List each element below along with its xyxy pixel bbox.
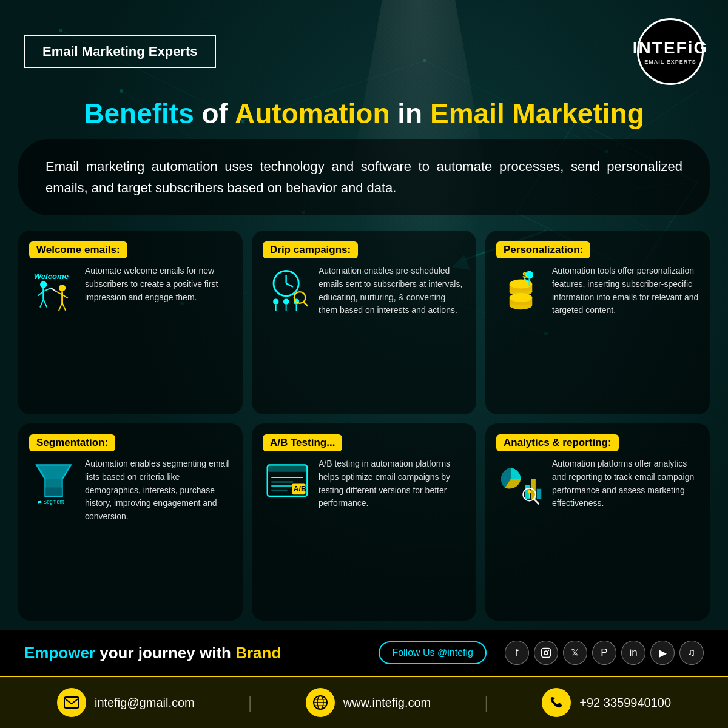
email-icon [57,688,86,717]
contact-phone: +92 3359940100 [542,688,671,717]
svg-point-82 [544,651,548,655]
svg-text:⇄ Segment: ⇄ Segment [38,499,64,505]
benefit-card-analytics: Analytics & reporting: [485,423,710,621]
social-icons: f 𝕏 P in ▶ ♫ [505,641,704,665]
benefit-card-welcome: Welcome emails: Welcome [18,231,243,414]
empower-word3: Brand [235,644,281,662]
svg-line-39 [50,288,55,292]
benefit-card-ab: A/B Testing... A/B [252,423,476,621]
svg-marker-62 [36,465,70,479]
twitter-icon[interactable]: 𝕏 [563,641,587,665]
drip-icon [263,265,311,313]
benefit-title-analytics: Analytics & reporting: [496,434,619,451]
svg-rect-63 [45,479,62,488]
benefit-title-ab: A/B Testing... [263,434,342,451]
analytics-icon [496,457,545,506]
svg-point-45 [283,298,288,304]
linkedin-icon[interactable]: in [621,641,645,665]
svg-line-78 [534,499,539,504]
benefit-text-personal: Automation tools offer personalization f… [552,265,699,317]
svg-rect-64 [45,488,62,496]
svg-point-43 [273,298,278,304]
benefit-text-analytics: Automation platforms offer analytics and… [552,457,699,510]
intro-text: Email marketing automation uses technolo… [46,159,682,195]
svg-line-31 [40,299,44,307]
benefit-title-segment: Segmentation: [29,434,115,451]
svg-rect-84 [64,697,79,708]
header: Email Marketing Experts INTEFiG EMAIL EX… [0,0,728,91]
svg-rect-76 [536,489,541,499]
website-text: www.intefig.com [343,696,431,710]
empower-text: Empower your journey with Brand [24,644,281,662]
logo: INTEFiG EMAIL EXPERTS [637,18,704,85]
svg-point-83 [548,650,549,651]
benefit-card-segment: Segmentation: ⇄ Segment Automation enabl… [18,423,243,621]
svg-line-32 [43,299,47,307]
benefit-title-welcome: Welcome emails: [29,241,127,258]
divider2: | [484,693,488,712]
svg-text:A/B: A/B [293,485,306,493]
svg-line-38 [62,303,66,311]
ab-icon: A/B [263,457,311,506]
benefit-title-personal: Personalization: [496,241,590,258]
youtube-icon[interactable]: ▶ [650,641,675,665]
title-word3: Automation [235,98,390,129]
svg-line-42 [286,283,292,287]
svg-point-79 [527,490,531,493]
svg-point-27 [40,281,47,288]
title-word1: Benefits [84,98,194,129]
svg-text:$: $ [522,271,527,280]
benefit-card-drip: Drip campaigns: [252,231,476,414]
benefits-grid: Welcome emails: Welcome [0,228,728,630]
svg-line-37 [58,303,62,311]
phone-text: +92 3359940100 [579,696,671,710]
logo-text: INTEFiG [633,38,708,58]
personal-icon: $ [496,265,545,313]
tiktok-icon[interactable]: ♫ [679,641,704,665]
svg-rect-67 [267,465,307,471]
svg-rect-81 [542,649,551,658]
welcome-icon: Welcome [29,265,78,313]
svg-text:Welcome: Welcome [33,272,68,281]
benefit-text-ab: A/B testing in automation platforms help… [318,457,465,510]
benefit-text-segment: Automation enables segmenting email list… [85,457,232,523]
svg-line-50 [303,302,308,306]
brand-badge: Email Marketing Experts [24,35,216,68]
contact-website: www.intefig.com [306,688,431,717]
empower-word2: your journey with [99,644,235,662]
instagram-icon[interactable] [534,641,558,665]
globe-icon [306,688,335,717]
title-word5: Email Marketing [430,98,644,129]
phone-icon [542,688,571,717]
benefit-text-drip: Automation enables pre-scheduled emails … [318,265,465,317]
email-text: intefig@gmail.com [95,696,195,710]
logo-subtitle: EMAIL EXPERTS [644,59,696,65]
facebook-icon[interactable]: f [505,641,529,665]
svg-line-30 [43,288,50,292]
contact-bar: intefig@gmail.com | www.intefig.com | [0,676,728,728]
pinterest-icon[interactable]: P [592,641,616,665]
main-title: Benefits of Automation in Email Marketin… [0,91,728,139]
divider1: | [248,693,252,712]
svg-point-49 [294,292,305,303]
svg-line-35 [56,291,62,295]
intro-box: Email marketing automation uses technolo… [18,139,710,215]
contact-email: intefig@gmail.com [57,688,195,717]
title-word4: in [397,98,430,129]
title-word2: of [202,98,235,129]
benefit-text-welcome: Automate welcome emails for new subscrib… [85,265,232,304]
svg-point-33 [58,285,65,291]
benefit-title-drip: Drip campaigns: [263,241,358,258]
empower-bar: Empower your journey with Brand Follow U… [0,630,728,676]
follow-badge[interactable]: Follow Us @intefig [379,641,487,664]
empower-word1: Empower [24,644,95,662]
segment-icon: ⇄ Segment [29,457,78,506]
benefit-card-personal: Personalization: $ [485,231,710,414]
